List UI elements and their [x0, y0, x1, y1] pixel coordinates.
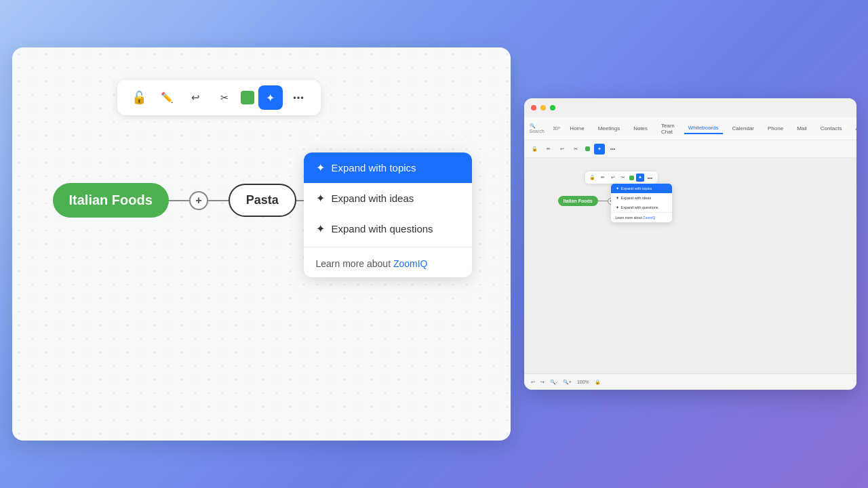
nav-notes[interactable]: Notes: [629, 123, 652, 134]
p-canvas-lock[interactable]: 🔓: [589, 174, 597, 182]
pen-button[interactable]: ✏️: [155, 85, 180, 110]
expand-topics-label: Expand with topics: [332, 162, 416, 174]
canvas-dots: [524, 158, 856, 373]
preview-toolbar: 🔓 ✏ ↩ ✂ ✦ •••: [524, 140, 856, 158]
expand-questions-item[interactable]: ✦ Expand with questions: [304, 214, 472, 244]
maximize-dot[interactable]: [550, 105, 555, 110]
expand-questions-label: Expand with questions: [332, 223, 433, 235]
pen-icon: ✏️: [161, 92, 174, 104]
p-canvas-pen[interactable]: ✏: [599, 174, 607, 182]
whiteboard-panel: 🔓 ✏️ ↩ ✂ ✦ •••: [12, 47, 511, 441]
p-expand-ideas[interactable]: ✦ Expand with ideas: [611, 193, 672, 203]
p-more-btn[interactable]: •••: [608, 144, 618, 155]
p-learn-more: Learn more about ZoomIQ: [611, 213, 672, 222]
p-expand-questions[interactable]: ✦ Expand with questions: [611, 203, 672, 212]
minimize-dot[interactable]: [540, 105, 546, 110]
nav-contacts[interactable]: Contacts: [816, 123, 846, 134]
zoom-out-icon[interactable]: 🔍-: [550, 380, 557, 385]
p-undo-btn[interactable]: ↩: [557, 144, 568, 155]
p-expand-topics[interactable]: ✦ Expand with topics: [611, 184, 672, 193]
p-eraser-btn[interactable]: ✂: [570, 144, 581, 155]
nav-calendar[interactable]: Calendar: [728, 123, 758, 134]
preview-nav: 🔍 Search ⌘P Home Meetings Notes Team Cha…: [524, 117, 856, 140]
learn-more-prefix: Learn more about: [316, 258, 393, 269]
p-ai-btn[interactable]: ✦: [594, 144, 605, 155]
p-topics-label: Expand with topics: [621, 186, 652, 190]
color-picker[interactable]: [241, 91, 254, 104]
p-zoomiq-link[interactable]: ZoomIQ: [643, 216, 655, 220]
nav-whiteboards[interactable]: Whiteboards: [684, 123, 723, 134]
p-sparkle-3: ✦: [616, 205, 619, 209]
redo-icon-bottom[interactable]: ↪: [540, 380, 545, 385]
p-lock-btn[interactable]: 🔓: [530, 144, 540, 155]
main-container: 🔓 ✏️ ↩ ✂ ✦ •••: [12, 47, 856, 441]
expand-ideas-label: Expand with ideas: [332, 192, 414, 204]
zoom-in-icon[interactable]: 🔍+: [563, 380, 572, 385]
undo-button[interactable]: ↩: [184, 85, 208, 110]
p-canvas-undo[interactable]: ↩: [609, 174, 617, 182]
p-color-dot[interactable]: [585, 146, 590, 151]
p-ideas-label: Expand with ideas: [621, 196, 652, 200]
lock-bottom-icon[interactable]: 🔒: [595, 380, 601, 385]
mindmap-area: Italian Foods + Pasta +: [53, 183, 336, 218]
p-canvas-eraser[interactable]: ✂: [619, 174, 627, 182]
nav-home[interactable]: Home: [566, 123, 588, 134]
eraser-icon: ✂: [220, 92, 229, 103]
toolbar: 🔓 ✏️ ↩ ✂ ✦ •••: [117, 80, 321, 115]
p-sparkle-1: ✦: [616, 186, 619, 190]
p-canvas-color[interactable]: [629, 176, 634, 180]
p-canvas-toolbar: 🔓 ✏ ↩ ✂ ✦ •••: [585, 171, 658, 184]
more-icon: •••: [293, 93, 304, 103]
nav-meetings[interactable]: Meetings: [594, 123, 624, 134]
ai-dropdown-menu: ✦ Expand with topics ✦ Expand with ideas…: [304, 152, 472, 277]
nav-mail[interactable]: Mail: [793, 123, 811, 134]
p-pen-btn[interactable]: ✏: [543, 144, 554, 155]
preview-topbar: [524, 98, 856, 117]
lock-icon: 🔓: [132, 90, 146, 105]
more-button[interactable]: •••: [287, 85, 311, 110]
dropdown-divider: [304, 247, 472, 247]
p-canvas-ai[interactable]: ✦: [636, 174, 644, 182]
preview-panel: 🔍 Search ⌘P Home Meetings Notes Team Cha…: [524, 98, 856, 390]
p-connector-1: [598, 201, 608, 201]
whiteboard-content: 🔓 ✏️ ↩ ✂ ✦ •••: [12, 47, 511, 441]
sparkle-icon-2: ✦: [316, 192, 325, 205]
expand-ideas-item[interactable]: ✦ Expand with ideas: [304, 183, 472, 214]
nav-apps[interactable]: Apps: [851, 123, 856, 134]
ai-button[interactable]: ✦: [258, 85, 283, 110]
italian-foods-node[interactable]: Italian Foods: [53, 183, 169, 218]
learn-more-section: Learn more about ZoomIQ: [304, 250, 472, 277]
connector-line-1: [169, 200, 189, 201]
lock-button[interactable]: 🔓: [127, 85, 151, 110]
sparkle-icon-3: ✦: [316, 222, 325, 235]
p-dropdown: ✦ Expand with topics ✦ Expand with ideas…: [611, 184, 672, 222]
p-canvas-more[interactable]: •••: [646, 174, 654, 182]
add-button-1[interactable]: +: [189, 191, 208, 210]
expand-topics-item[interactable]: ✦ Expand with topics: [304, 152, 472, 183]
ai-sparkle-icon: ✦: [266, 92, 275, 104]
zoom-level: 100%: [577, 380, 589, 384]
p-questions-label: Expand with questions: [621, 205, 658, 209]
p-sparkle-2: ✦: [616, 196, 619, 200]
undo-icon-bottom[interactable]: ↩: [531, 380, 535, 385]
nav-phone[interactable]: Phone: [764, 123, 787, 134]
close-dot[interactable]: [531, 105, 536, 110]
connector-line-2: [208, 200, 229, 201]
nav-teamchat[interactable]: Team Chat: [657, 121, 679, 137]
eraser-button[interactable]: ✂: [212, 85, 237, 110]
preview-bottom-bar: ↩ ↪ 🔍- 🔍+ 100% 🔒: [524, 373, 856, 390]
pasta-node[interactable]: Pasta: [229, 184, 296, 217]
zoomiq-link[interactable]: ZoomIQ: [393, 258, 428, 269]
undo-icon: ↩: [191, 92, 200, 104]
p-italian-node[interactable]: Italian Foods: [558, 196, 598, 206]
preview-canvas: 🔓 ✏ ↩ ✂ ✦ ••• Italian Foods + Pasta +: [524, 158, 856, 373]
sparkle-icon-1: ✦: [316, 161, 325, 174]
